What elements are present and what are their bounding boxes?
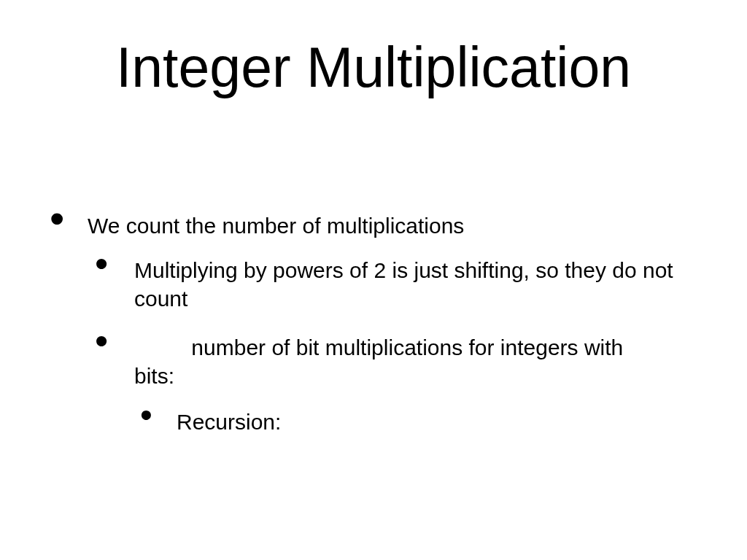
list-item: Multiplying by powers of 2 is just shift… [88,256,718,313]
slide-body: We count the number of multiplications M… [44,211,718,456]
bullet-text: number of bit multiplications for intege… [191,335,623,359]
bullet-list-level-1: We count the number of multiplications M… [44,211,718,436]
bullet-list-level-3: Recursion: [134,408,718,436]
list-item: Recursion: [134,408,718,436]
list-item: number of bit multiplications for intege… [88,333,718,436]
slide-title: Integer Multiplication [0,35,747,100]
slide: Integer Multiplication We count the numb… [0,0,747,560]
bullet-list-level-2: Multiplying by powers of 2 is just shift… [88,256,718,436]
bullet-text: Recursion: [177,410,281,434]
bullet-text: bits: [134,364,174,388]
bullet-text: Multiplying by powers of 2 is just shift… [134,258,673,311]
list-item: We count the number of multiplications M… [44,211,718,436]
bullet-text: We count the number of multiplications [88,214,464,238]
